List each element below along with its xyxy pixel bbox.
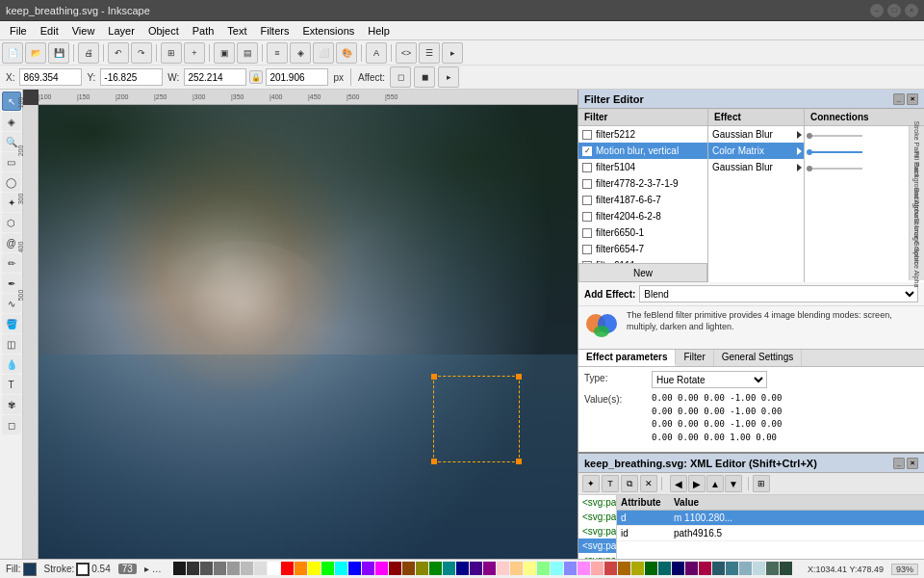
color-swatch[interactable] bbox=[604, 562, 617, 575]
filter-checkbox[interactable] bbox=[582, 130, 592, 140]
filter-checkbox[interactable] bbox=[582, 245, 592, 254]
zoom-display[interactable]: 93% bbox=[891, 564, 918, 575]
menu-object[interactable]: Object bbox=[142, 24, 185, 38]
dropper-tool-btn[interactable]: 💧 bbox=[2, 355, 21, 374]
color-swatch[interactable] bbox=[537, 562, 550, 575]
xml-node[interactable]: <svg:path id="path6122"> bbox=[578, 495, 616, 510]
text-tool-btn2[interactable]: T bbox=[2, 375, 21, 394]
width-input[interactable]: 252.214 bbox=[184, 68, 246, 86]
xml-del-btn[interactable]: ✕ bbox=[640, 475, 657, 492]
xml-editor-close[interactable]: × bbox=[907, 458, 918, 469]
color-swatch[interactable] bbox=[591, 562, 603, 575]
eraser-tool-btn[interactable]: ◻ bbox=[2, 415, 21, 434]
handle-tl[interactable] bbox=[431, 374, 437, 380]
align-btn[interactable]: ≡ bbox=[267, 42, 288, 64]
handle-tr[interactable] bbox=[516, 374, 522, 380]
color-swatch[interactable] bbox=[200, 562, 213, 575]
color-swatch[interactable] bbox=[443, 562, 455, 575]
coord-x-input[interactable]: 869.354 bbox=[19, 68, 82, 86]
color-swatch[interactable] bbox=[712, 562, 725, 575]
group-btn[interactable]: ▣ bbox=[214, 42, 235, 64]
effect-item[interactable]: Gaussian Blur bbox=[708, 159, 804, 175]
color-swatch[interactable] bbox=[551, 562, 563, 575]
filter-editor-close[interactable]: × bbox=[907, 93, 918, 105]
color-swatch[interactable] bbox=[510, 562, 523, 575]
minimize-btn[interactable]: – bbox=[870, 4, 884, 17]
color-swatch[interactable] bbox=[227, 562, 240, 575]
filter-checkbox[interactable] bbox=[582, 212, 592, 222]
color-swatch[interactable] bbox=[362, 562, 374, 575]
color-swatch[interactable] bbox=[268, 562, 280, 575]
affect-all-btn[interactable]: ◼ bbox=[414, 66, 435, 88]
effect-item[interactable]: Color Matrix bbox=[708, 143, 804, 159]
filter-item[interactable]: filter5104 bbox=[578, 159, 707, 175]
fill-btn[interactable]: 🎨 bbox=[336, 42, 357, 64]
ungroup-btn[interactable]: ▤ bbox=[237, 42, 258, 64]
color-swatch[interactable] bbox=[766, 562, 779, 575]
zoom-in-btn[interactable]: + bbox=[184, 42, 205, 64]
color-swatch[interactable] bbox=[470, 562, 482, 575]
color-swatch[interactable] bbox=[416, 562, 428, 575]
more-btn[interactable]: ▸ bbox=[442, 42, 463, 64]
color-swatch[interactable] bbox=[389, 562, 401, 575]
trans-btn[interactable]: ⬜ bbox=[313, 42, 334, 64]
filter-item[interactable]: filter5212 bbox=[578, 126, 707, 143]
color-swatch[interactable] bbox=[726, 562, 738, 575]
color-swatch[interactable] bbox=[321, 562, 334, 575]
redo-btn[interactable]: ↷ bbox=[131, 42, 152, 64]
tab-filter[interactable]: Filter bbox=[676, 350, 713, 366]
color-swatch[interactable] bbox=[375, 562, 388, 575]
color-swatch[interactable] bbox=[429, 562, 442, 575]
filter-checkbox[interactable] bbox=[582, 146, 592, 156]
spray-tool-btn[interactable]: ✾ bbox=[2, 395, 21, 414]
filter-item[interactable]: filter4778-2-3-7-1-9 bbox=[578, 175, 707, 192]
menu-view[interactable]: View bbox=[66, 24, 101, 38]
color-swatch[interactable] bbox=[524, 562, 536, 575]
color-swatch[interactable] bbox=[173, 562, 186, 575]
color-swatch[interactable] bbox=[631, 562, 644, 575]
xml-new-text-btn[interactable]: T bbox=[602, 475, 619, 492]
xml-editor-minimize[interactable]: _ bbox=[893, 458, 905, 469]
canvas-viewport[interactable] bbox=[38, 105, 578, 559]
color-swatch[interactable] bbox=[780, 562, 792, 575]
handle-bl[interactable] bbox=[431, 459, 437, 464]
save-btn[interactable]: 💾 bbox=[48, 42, 69, 64]
filter-item[interactable]: filter4204-6-2-8 bbox=[578, 208, 707, 224]
color-swatch[interactable] bbox=[699, 562, 711, 575]
filter-checkbox[interactable] bbox=[582, 163, 592, 172]
xml-attr-row[interactable]: dm 1100.280... bbox=[617, 511, 924, 526]
color-swatch[interactable] bbox=[348, 562, 361, 575]
menu-file[interactable]: File bbox=[4, 24, 33, 38]
color-swatch[interactable] bbox=[658, 562, 671, 575]
print-btn[interactable]: 🖨 bbox=[78, 42, 99, 64]
gradient-tool-btn[interactable]: ◫ bbox=[2, 334, 21, 354]
color-swatch[interactable] bbox=[564, 562, 577, 575]
xml-prev-btn[interactable]: ◀ bbox=[670, 475, 687, 492]
xml-node[interactable]: <svg:path id="path4850"> bbox=[578, 539, 616, 553]
type-select[interactable]: Hue Rotate Matrix Saturate bbox=[652, 371, 767, 388]
filter-item[interactable]: Motion blur, vertical bbox=[578, 143, 707, 159]
nodes-btn[interactable]: ◈ bbox=[290, 42, 311, 64]
menu-filters[interactable]: Filters bbox=[255, 24, 295, 38]
color-swatch[interactable] bbox=[254, 562, 267, 575]
color-swatch[interactable] bbox=[645, 562, 657, 575]
menu-help[interactable]: Help bbox=[362, 24, 396, 38]
close-btn[interactable]: × bbox=[905, 4, 918, 17]
color-swatch[interactable] bbox=[214, 562, 226, 575]
ellipse-tool-btn[interactable]: ◯ bbox=[2, 172, 21, 192]
xml-indent-btn[interactable]: ⊞ bbox=[753, 475, 770, 492]
zoom-fit-btn[interactable]: ⊞ bbox=[161, 42, 182, 64]
color-swatch[interactable] bbox=[187, 562, 199, 575]
handle-br[interactable] bbox=[516, 459, 522, 464]
filter-item[interactable]: filter4187-6-6-7 bbox=[578, 192, 707, 208]
lock-aspect-btn[interactable]: 🔒 bbox=[249, 70, 263, 84]
xml-btn[interactable]: <> bbox=[396, 42, 417, 64]
affect-more-btn[interactable]: ▸ bbox=[438, 66, 459, 88]
filter-new-btn[interactable]: New bbox=[578, 263, 707, 282]
filter-checkbox[interactable] bbox=[582, 228, 592, 238]
color-swatch[interactable] bbox=[308, 562, 321, 575]
coord-y-input[interactable]: -16.825 bbox=[100, 68, 163, 86]
filter-item[interactable]: filter6654-7 bbox=[578, 241, 707, 257]
menu-text[interactable]: Text bbox=[221, 24, 252, 38]
xml-node[interactable]: <svg:path id="path2836-7"> bbox=[578, 524, 616, 539]
